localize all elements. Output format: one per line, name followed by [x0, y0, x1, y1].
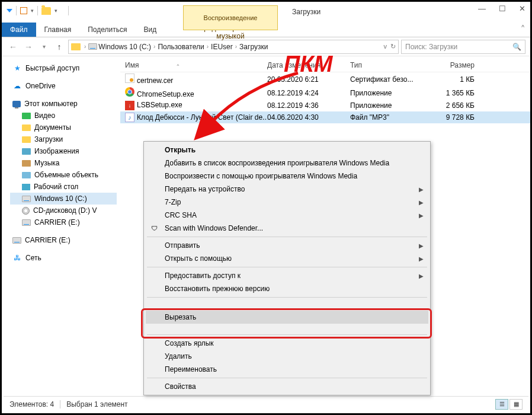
menu-create-shortcut[interactable]: Создать ярлык	[146, 337, 428, 350]
divider	[60, 400, 60, 408]
status-selection: Выбран 1 элемент	[66, 400, 127, 408]
onedrive-icon: ☁	[12, 82, 22, 90]
chevron-right-icon[interactable]: ›	[153, 43, 155, 50]
documents-icon	[22, 124, 31, 131]
sidebar-quick-access[interactable]: ★Быстрый доступ	[10, 62, 117, 74]
sidebar-this-pc[interactable]: Этот компьютер	[10, 98, 117, 110]
search-icon: 🔍	[512, 43, 521, 51]
home-tab[interactable]: Главная	[36, 23, 80, 37]
context-menu: Открыть Добавить в список воспроизведени…	[143, 141, 431, 395]
chevron-down-icon[interactable]: v	[384, 43, 387, 50]
menu-add-to-wmp[interactable]: Добавить в список воспроизведения проигр…	[146, 157, 428, 170]
menu-restore[interactable]: Восстановить прежнюю версию	[146, 282, 428, 295]
chevron-right-icon[interactable]: ›	[84, 43, 86, 50]
file-row[interactable]: ↓LSBSetup.exe 08.12.2019 4:36 Приложение…	[120, 100, 530, 111]
chevron-right-icon[interactable]: ›	[235, 43, 237, 50]
menu-properties[interactable]: Свойства	[146, 380, 428, 393]
nav-forward-button[interactable]: →	[22, 40, 35, 53]
star-icon: ★	[12, 64, 22, 72]
sidebar-3d-objects[interactable]: Объемные объекть	[10, 169, 117, 181]
sort-indicator-icon: ^	[177, 63, 179, 68]
menu-give-access[interactable]: Предоставить доступ к▶	[146, 269, 428, 282]
submenu-arrow-icon: ▶	[419, 186, 424, 193]
shield-icon: 🛡	[149, 224, 159, 233]
chevron-right-icon[interactable]: ›	[207, 43, 209, 50]
menu-separator	[147, 308, 427, 309]
sidebar-onedrive[interactable]: ☁OneDrive	[10, 80, 117, 92]
playback-tab-label: Воспроизведение	[204, 14, 258, 21]
sidebar-carrier-e2[interactable]: CARRIER (E:)	[10, 234, 117, 246]
menu-delete[interactable]: Удалить	[146, 350, 428, 363]
nav-up-button[interactable]: ↑	[53, 40, 66, 53]
menu-open-with[interactable]: Открыть с помощью▶	[146, 252, 428, 265]
file-row[interactable]: ChromeSetup.exe 08.12.2019 4:24 Приложен…	[120, 86, 530, 100]
divider	[37, 6, 38, 15]
qat-properties-icon[interactable]	[20, 7, 27, 14]
ribbon-expand-icon[interactable]: ^	[521, 24, 524, 31]
sidebar-downloads[interactable]: Загрузки	[10, 133, 117, 145]
sidebar-carrier-e[interactable]: CARRIER (E:)	[10, 216, 117, 228]
file-row-selected[interactable]: ♪Клод Дебюсси - Лунный Свет (Clair de...…	[120, 111, 530, 123]
chevron-down-icon[interactable]: ▾	[55, 8, 57, 14]
sidebar-music[interactable]: Музыка	[10, 157, 117, 169]
qat-dropdown-icon[interactable]	[7, 9, 12, 12]
share-tab[interactable]: Поделиться	[79, 23, 135, 37]
search-input[interactable]: Поиск: Загрузки 🔍	[401, 40, 525, 54]
menu-play-wmp[interactable]: Воспроизвести с помощью проигрывателя Wi…	[146, 170, 428, 183]
menu-separator	[147, 378, 427, 378]
drive-icon	[12, 237, 21, 244]
window-controls: — ☐ ✕	[478, 4, 525, 13]
nav-recent-dropdown[interactable]: ▾	[37, 40, 50, 53]
refresh-icon[interactable]: ↻	[390, 43, 396, 50]
menu-cast[interactable]: Передать на устройство▶	[146, 183, 428, 196]
window-title: Загрузки	[292, 8, 321, 16]
menu-separator	[147, 297, 427, 298]
menu-crc-sha[interactable]: CRC SHA▶	[146, 209, 428, 222]
column-type[interactable]: Тип	[350, 61, 427, 69]
objects3d-icon	[22, 172, 31, 178]
nav-back-button[interactable]: ←	[7, 40, 20, 53]
sidebar-videos[interactable]: Видео	[10, 110, 117, 122]
menu-separator	[147, 334, 427, 335]
status-bar: Элементов: 4 Выбран 1 элемент ☰ ▦	[4, 396, 528, 411]
drive-icon	[88, 43, 97, 50]
sidebar-dvd-drive[interactable]: CD-дисковод (D:) V	[10, 205, 117, 216]
lsb-icon: ↓	[125, 101, 134, 110]
menu-send-to[interactable]: Отправить▶	[146, 239, 428, 252]
sidebar-pictures[interactable]: Изображения	[10, 145, 117, 157]
close-button[interactable]: ✕	[519, 4, 525, 13]
menu-7zip[interactable]: 7-Zip▶	[146, 196, 428, 209]
view-details-button[interactable]: ☰	[495, 399, 508, 410]
divider	[16, 6, 17, 15]
pictures-icon	[22, 148, 31, 155]
network-icon: 🖧	[12, 254, 22, 262]
submenu-arrow-icon: ▶	[419, 199, 424, 206]
minimize-button[interactable]: —	[478, 4, 486, 13]
playback-context-tab[interactable]: Воспроизведение	[183, 5, 278, 30]
mp3-icon: ♪	[125, 113, 134, 122]
sidebar-documents[interactable]: Документы	[10, 122, 117, 133]
column-name[interactable]: Имя^	[125, 61, 267, 69]
sidebar-c-drive[interactable]: Windows 10 (C:)	[10, 193, 117, 205]
view-tab[interactable]: Вид	[135, 23, 165, 37]
menu-cut[interactable]: Вырезать	[146, 311, 428, 324]
certificate-icon	[125, 74, 134, 83]
chevron-down-icon[interactable]: ▾	[31, 8, 34, 14]
menu-defender[interactable]: 🛡Scan with Windows Defender...	[146, 222, 428, 235]
divider	[68, 6, 69, 15]
breadcrumb-segment[interactable]: Пользователи	[158, 43, 204, 51]
breadcrumb-segment[interactable]: IEUser	[211, 43, 233, 51]
menu-open[interactable]: Открыть	[146, 143, 428, 157]
maximize-button[interactable]: ☐	[499, 4, 506, 13]
sidebar-network[interactable]: 🖧Сеть	[10, 252, 117, 264]
file-tab[interactable]: Файл	[2, 23, 36, 37]
submenu-arrow-icon: ▶	[419, 212, 424, 219]
disc-icon	[22, 207, 30, 215]
sidebar-desktop[interactable]: Рабочий стол	[10, 181, 117, 193]
breadcrumb-segment[interactable]: Windows 10 (C:)	[98, 43, 151, 51]
breadcrumb-segment[interactable]: Загрузки	[239, 43, 268, 51]
music-icon	[22, 160, 31, 167]
column-size[interactable]: Размер	[427, 61, 475, 69]
view-icons-button[interactable]: ▦	[509, 399, 523, 410]
menu-rename[interactable]: Переименовать	[146, 363, 428, 376]
